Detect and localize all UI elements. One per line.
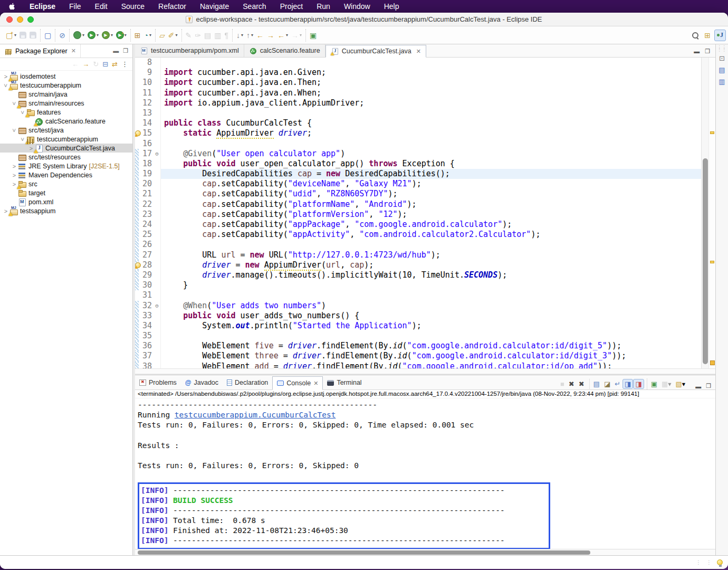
menu-item-search[interactable]: Search (243, 2, 266, 11)
tree-item-src-test-resources[interactable]: src/test/resources (0, 153, 132, 162)
restore-view-button[interactable]: ⊡ (719, 54, 725, 62)
code-text[interactable]: WebElement add = driver.findElement(By.i… (161, 362, 701, 368)
display-selected-console-button[interactable]: ▦▾ (659, 378, 674, 390)
tree-expanded-arrow-icon[interactable]: > (11, 127, 17, 134)
close-window-button[interactable] (6, 16, 13, 23)
fold-marker-icon[interactable]: ⊖ (154, 301, 161, 311)
code-text[interactable]: @Given("User open calculator app") (161, 149, 701, 159)
forward-history-button[interactable]: → (82, 60, 89, 68)
menu-item-navigate[interactable]: Navigate (200, 2, 229, 11)
tree-collapsed-arrow-icon[interactable]: > (11, 163, 18, 169)
apple-menu-icon[interactable] (8, 2, 16, 11)
show-on-stderr-button[interactable]: ◨ (633, 379, 644, 389)
editor-tab-pom.xml[interactable]: testcucumberappium/pom.xml (135, 44, 244, 57)
tree-item-pom-xml[interactable]: pom.xml (0, 197, 132, 206)
maximize-view-button[interactable]: ❒ (123, 48, 128, 54)
tree-item-cucumburcalctest-java[interactable]: >CucumburCalcTest.java (0, 144, 132, 153)
console-horizontal-scrollbar[interactable] (135, 549, 715, 555)
tab-package-explorer[interactable]: Package Explorer ✕ (0, 44, 81, 58)
clear-console-button[interactable]: ▤ (591, 379, 602, 389)
code-text[interactable]: WebElement five = driver.findElement(By.… (161, 341, 701, 351)
save-button[interactable] (18, 31, 28, 40)
open-type-button[interactable]: ▱ (158, 31, 167, 40)
save-all-button[interactable] (28, 31, 38, 40)
java-perspective-button[interactable]: J (714, 30, 726, 41)
view-tab-console[interactable]: Console✕ (272, 376, 323, 390)
code-text[interactable]: } (161, 280, 701, 290)
pin-editor-button[interactable]: ▣ (308, 31, 318, 40)
overview-ruler[interactable] (708, 58, 715, 368)
code-text[interactable] (161, 139, 701, 149)
code-text[interactable]: public class CucumburCalcTest { (161, 118, 701, 128)
close-tab-icon[interactable]: ✕ (416, 48, 421, 55)
editor-vertical-scrollbar[interactable] (701, 58, 708, 368)
tree-item-testsappium[interactable]: >testsappium (0, 206, 132, 215)
tree-item-testcucumberappium[interactable]: >testcucumberappium (0, 81, 132, 90)
search-button[interactable] (690, 31, 701, 40)
tree-item-src[interactable]: >src (0, 179, 132, 188)
zoom-window-button[interactable] (27, 16, 34, 23)
code-text[interactable]: import cucumber.api.java.en.Then; (161, 78, 701, 88)
tree-item-features[interactable]: >features (0, 108, 132, 117)
search-toolbar-button[interactable]: ✐▾ (167, 31, 179, 40)
scroll-lock-button[interactable]: ◪ (602, 379, 612, 389)
coverage-button[interactable]: ▶▾ (100, 30, 114, 40)
tree-item-iosdemotest[interactable]: >iosdemotest (0, 72, 132, 81)
minimize-view-button[interactable]: ▬ (113, 48, 119, 54)
menu-item-window[interactable]: Window (344, 2, 370, 11)
tree-item-calcscenario-feature[interactable]: calcScenario.feature (0, 117, 132, 126)
maximize-console-button[interactable]: ❒ (706, 383, 711, 390)
view-tab-javadoc[interactable]: @Javadoc (181, 376, 223, 390)
code-text[interactable]: public void user_open_calculator_app() t… (161, 159, 701, 169)
menu-item-run[interactable]: Run (317, 2, 330, 11)
code-text[interactable]: cap.setCapability("platformName", "Andro… (161, 200, 701, 210)
open-perspective-button[interactable]: ⊞ (703, 31, 712, 40)
warning-marker[interactable] (710, 261, 714, 263)
code-text[interactable]: cap.setCapability("deviceName", "Galaxy … (161, 179, 701, 189)
debug-button[interactable]: ▾ (72, 30, 86, 40)
new-wizard-button[interactable]: ▢+▾ (4, 31, 18, 40)
create-maven-artifact-button[interactable]: ◔▾ (142, 31, 153, 40)
link-with-editor-button[interactable]: ⇄ (112, 60, 118, 68)
tree-item-src-main-resources[interactable]: >src/main/resources (0, 99, 132, 108)
forward-history-button[interactable]: →▾ (290, 31, 303, 40)
code-text[interactable]: cap.setCapability("appPackage", "com.goo… (161, 220, 701, 230)
code-text[interactable]: DesiredCapabilities cap = new DesiredCap… (161, 169, 701, 179)
menu-item-help[interactable]: Help (384, 2, 399, 11)
editor-horizontal-scrollbar[interactable] (135, 368, 715, 374)
editor-tab-cucumburcalctest.java[interactable]: CucumburCalcTest.java✕ (325, 45, 426, 58)
scrollbar-thumb[interactable] (703, 158, 708, 364)
tree-collapsed-arrow-icon[interactable]: > (11, 172, 18, 178)
back-history-button[interactable]: ← (72, 60, 79, 68)
notification-icon[interactable] (717, 559, 723, 565)
word-wrap-button[interactable]: ↵ (612, 379, 622, 389)
tree-item-target[interactable]: target (0, 188, 132, 197)
menu-item-file[interactable]: File (69, 2, 81, 11)
up-button[interactable]: ↻ (93, 60, 99, 68)
code-text[interactable]: System.out.println("Started the Applicat… (161, 321, 701, 331)
code-text[interactable] (161, 331, 701, 341)
warnings-summary-icon[interactable] (710, 360, 715, 365)
view-menu-button[interactable]: ⋮ (121, 60, 128, 68)
remove-all-terminated-button[interactable]: ✖ (577, 379, 587, 389)
tree-item-testcucumberappium[interactable]: >testcucumberappium (0, 135, 132, 144)
tree-item-jre-system-library[interactable]: >JRE System Library[J2SE-1.5] (0, 162, 132, 170)
scrollbar-thumb[interactable] (138, 550, 590, 555)
menu-item-edit[interactable]: Edit (95, 2, 108, 11)
open-remote-system-button[interactable]: ▢ (43, 31, 53, 40)
code-text[interactable]: static AppiumDriver driver; (161, 128, 701, 138)
code-text[interactable]: driver = new AppiumDriver(url, cap); (161, 260, 701, 270)
menu-item-project[interactable]: Project (280, 2, 303, 11)
code-text[interactable] (161, 58, 701, 68)
code-text[interactable]: cap.setCapability("platformVersion", "12… (161, 210, 701, 220)
next-edit-location-button[interactable]: → (265, 31, 276, 40)
code-text[interactable]: WebElement three = driver.findElement(By… (161, 351, 701, 361)
editor-tab-calcscenario.feature[interactable]: calcScenario.feature (244, 44, 325, 57)
view-tab-problems[interactable]: ✖Problems (135, 376, 181, 390)
code-text[interactable]: cap.setCapability("udid", "RZ8N60SY7DY")… (161, 189, 701, 199)
code-text[interactable] (161, 108, 701, 118)
close-tab-icon[interactable]: ✕ (313, 380, 318, 387)
menu-item-eclipse[interactable]: Eclipse (30, 2, 55, 11)
minimize-console-button[interactable]: ▬ (695, 383, 701, 390)
code-text[interactable]: import cucumber.api.java.en.Given; (161, 68, 701, 78)
